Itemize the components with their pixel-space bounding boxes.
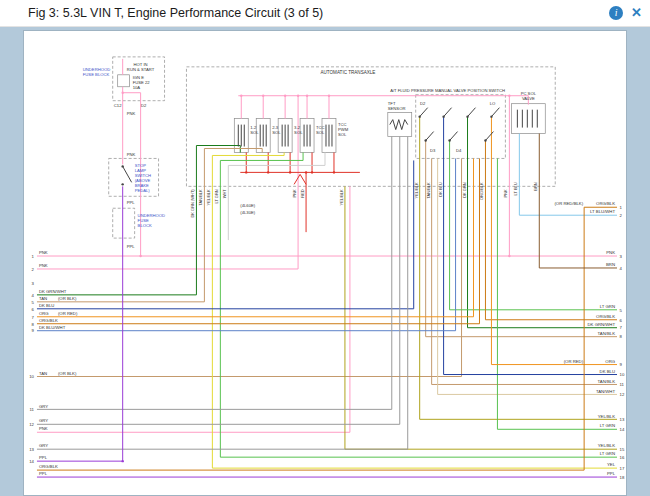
- diagram-label: 5: [620, 308, 623, 313]
- diagram-label: PNK: [127, 111, 136, 116]
- diagram-label: TAN/WHT: [596, 389, 616, 394]
- junction-dot: [311, 171, 313, 173]
- diagram-label: SOL: [272, 130, 281, 135]
- diagram-label: YEL/BLK: [339, 189, 344, 205]
- diagram-label: 13: [620, 417, 625, 422]
- diagram-label: SENSOR: [388, 106, 406, 111]
- diagram-label: 15: [620, 447, 625, 452]
- diagram-label: PNK: [127, 152, 136, 157]
- diagram-label: RUN & START: [127, 67, 155, 72]
- diagram-label: PPL: [39, 471, 48, 476]
- diagram-label: 8: [32, 322, 35, 327]
- junction-dot: [448, 139, 450, 141]
- wire-blk: [450, 132, 458, 141]
- diagram-label: 6: [620, 318, 623, 323]
- diagram-label: A/T FLUID PRESSURE MANUAL VALVE POSITION…: [390, 88, 505, 93]
- diagram-label: 1: [620, 205, 623, 210]
- diagram-label: TAN/BLK: [198, 189, 203, 206]
- wire-blk: [491, 108, 499, 117]
- diagram-page: HOT INRUN & STARTUNDERHOODFUSE BLOCKIGN …: [23, 30, 627, 496]
- junction-dot: [139, 255, 141, 257]
- diagram-label: 1: [32, 254, 35, 259]
- junction-dot: [121, 183, 123, 185]
- diagram-label: LT BLU: [513, 182, 518, 195]
- diagram-label: WHT: [222, 189, 227, 199]
- diagram-label: 8: [620, 334, 623, 339]
- junction-dot: [466, 115, 468, 117]
- diagram-label: BRN: [533, 182, 538, 191]
- diagram-label: 16: [620, 455, 625, 460]
- wire-blk: [468, 108, 476, 117]
- diagram-label: D3: [430, 148, 436, 153]
- diagram-label: PNK: [39, 250, 48, 255]
- diagram-label: PNK: [292, 189, 297, 198]
- close-icon[interactable]: ✕: [631, 6, 642, 20]
- diagram-label: 13: [29, 447, 34, 452]
- diagram-label: LO: [490, 101, 496, 106]
- diagram-label: 10A: [133, 85, 141, 90]
- diagram-label: 11: [620, 382, 625, 387]
- diagram-label: GRY: [39, 443, 48, 448]
- junction-dot: [424, 139, 426, 141]
- junction-dot: [508, 95, 510, 97]
- diagram-label: TAN: [39, 296, 47, 301]
- junction-dot: [121, 92, 123, 94]
- diagram-canvas: HOT INRUN & STARTUNDERHOODFUSE BLOCKIGN …: [0, 27, 650, 496]
- diagram-label: 7: [620, 326, 623, 331]
- diagram-label: D2: [420, 101, 426, 106]
- wiring-diagram-window: Fig 3: 5.3L VIN T, Engine Performance Ci…: [0, 0, 650, 496]
- fuse-symbol: [118, 75, 130, 87]
- diagram-label: TAN: [39, 371, 47, 376]
- junction-dot: [305, 171, 307, 173]
- diagram-label: (OR RED): [58, 311, 78, 316]
- diagram-label: FUSE BLOCK: [83, 72, 110, 77]
- junction-dot: [289, 171, 291, 173]
- wire-tan: [204, 148, 262, 152]
- diagram-label: TAN/BLK: [426, 182, 431, 199]
- diagram-label: DK GRN/WHT: [39, 289, 67, 294]
- junction-dot: [245, 171, 247, 173]
- diagram-label: 5: [32, 300, 35, 305]
- diagram-label: 9: [620, 362, 623, 367]
- diagram-label: BLOCK: [138, 223, 152, 228]
- diagram-label: ORG: [39, 311, 49, 316]
- wire-blk: [426, 132, 434, 141]
- diagram-label: SOL: [294, 130, 303, 135]
- diagram-label: DK GRN/WHT: [588, 322, 616, 327]
- underhood-fuse-block2-box: [113, 208, 135, 238]
- diagram-label: 3: [32, 281, 35, 286]
- diagram-label: ORG/BLK: [596, 314, 615, 319]
- diagram-label: PNK: [39, 263, 48, 268]
- diagram-label: PPL: [127, 244, 136, 249]
- junction-dot: [328, 95, 330, 97]
- junction-dot: [240, 95, 242, 97]
- diagram-label: 2: [620, 213, 623, 218]
- diagram-label: GRY: [39, 404, 48, 409]
- diagram-label: YEL: [607, 462, 616, 467]
- diagram-label: C12: [114, 103, 122, 108]
- diagram-label: ORG: [605, 359, 615, 364]
- info-icon[interactable]: i: [609, 6, 623, 20]
- page-title: Fig 3: 5.3L VIN T, Engine Performance Ci…: [28, 6, 323, 20]
- diagram-label: PPL: [39, 455, 48, 460]
- diagram-label: PNK: [39, 426, 48, 431]
- wire-red: [294, 174, 306, 184]
- diagram-label: ORG/BLK: [39, 318, 58, 323]
- diagram-label: D2: [141, 103, 147, 108]
- junction-dot: [121, 460, 123, 462]
- diagram-label: ORG/BLK: [479, 182, 484, 200]
- diagram-label: PNK: [606, 250, 615, 255]
- wire-blk: [485, 132, 493, 141]
- wire-blk: [123, 166, 132, 182]
- diagram-label: DK BLU: [600, 369, 615, 374]
- diagram-label: DK BLU: [438, 182, 443, 196]
- diagram-label: YEL/BLK: [598, 414, 615, 419]
- diagram-label: 12: [29, 422, 34, 427]
- junction-dot: [121, 165, 123, 167]
- diagram-label: YEL/BLK: [414, 182, 419, 198]
- diagram-label: 18: [620, 475, 625, 480]
- diagram-label: 7: [32, 315, 35, 320]
- diagram-label: 14: [620, 427, 625, 432]
- junction-dot: [508, 255, 510, 257]
- diagram-label: DK BLU/WHT: [39, 325, 66, 330]
